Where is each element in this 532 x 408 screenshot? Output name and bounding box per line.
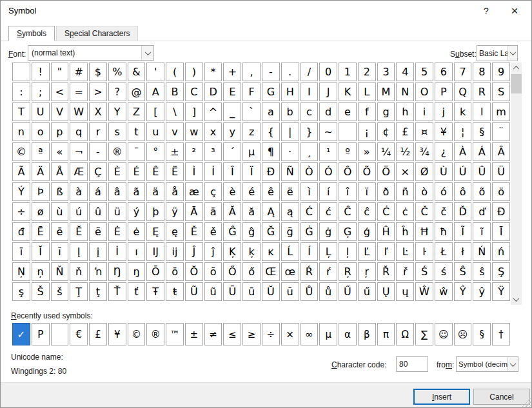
character-cell[interactable]: ¥	[435, 122, 453, 141]
character-cell[interactable]: -	[89, 142, 107, 161]
character-cell[interactable]: Ħ	[415, 222, 433, 241]
close-button[interactable]: ×	[500, 1, 529, 21]
character-cell[interactable]: 6	[435, 63, 453, 81]
character-cell[interactable]: V	[51, 102, 69, 121]
recent-symbol-cell[interactable]: ∑	[415, 323, 433, 345]
character-cell[interactable]: ·	[281, 142, 299, 161]
font-dropdown[interactable]: (normal text)	[28, 45, 154, 61]
character-cell[interactable]: ª	[32, 142, 50, 161]
recent-symbol-cell[interactable]: β	[358, 323, 376, 345]
character-cell[interactable]: Ù	[435, 162, 453, 181]
character-cell[interactable]: ĺ	[300, 242, 319, 261]
character-cell[interactable]: ŗ	[358, 262, 376, 281]
character-cell[interactable]: C	[185, 83, 203, 101]
character-cell[interactable]: _	[223, 102, 241, 121]
insert-button[interactable]: Insert	[413, 389, 470, 405]
character-cell[interactable]: K	[339, 83, 357, 101]
character-cell[interactable]: ĕ	[89, 222, 107, 241]
character-cell[interactable]: w	[185, 122, 203, 141]
font-dropdown-button[interactable]	[141, 46, 153, 60]
character-cell[interactable]: ŷ	[473, 282, 491, 301]
character-cell[interactable]: Ŧ	[146, 282, 164, 301]
character-cell[interactable]: į	[89, 242, 107, 261]
tab-symbols[interactable]: Symbols	[8, 26, 55, 41]
character-cell[interactable]: E	[223, 83, 241, 101]
character-cell[interactable]: U	[32, 102, 50, 121]
character-cell[interactable]: á	[89, 182, 107, 201]
recent-symbol-cell[interactable]: ©	[128, 323, 146, 345]
character-cell[interactable]: [	[146, 102, 164, 121]
character-cell[interactable]: ï	[358, 182, 376, 201]
character-cell[interactable]: ř	[396, 262, 414, 281]
character-cell[interactable]: â	[108, 182, 126, 201]
character-cell[interactable]: v	[166, 122, 184, 141]
character-cell[interactable]: Ř	[377, 262, 395, 281]
character-cell[interactable]: Û	[473, 162, 491, 181]
character-cell[interactable]: G	[262, 83, 280, 101]
tab-special-characters[interactable]: Special Characters	[56, 26, 138, 41]
character-cell[interactable]: Ċ	[377, 202, 395, 221]
scroll-down-button[interactable]	[511, 294, 522, 305]
recent-symbol-cell[interactable]	[51, 323, 69, 345]
character-cell[interactable]: Á	[473, 142, 491, 161]
character-cell[interactable]: Ö	[377, 162, 395, 181]
character-cell[interactable]: Ŗ	[339, 262, 357, 281]
character-cell[interactable]: c	[300, 102, 319, 121]
character-cell[interactable]: Ş	[492, 262, 510, 281]
character-cell[interactable]: Į	[70, 242, 88, 261]
character-cell[interactable]: ã	[128, 182, 146, 201]
character-cell[interactable]: H	[281, 83, 299, 101]
help-button[interactable]: ?	[472, 1, 500, 21]
character-cell[interactable]: Ľ	[358, 242, 376, 261]
recent-symbol-cell[interactable]: µ	[319, 323, 337, 345]
character-cell[interactable]: q	[70, 122, 88, 141]
character-cell[interactable]: S	[492, 83, 510, 101]
character-cell[interactable]: ŵ	[435, 282, 453, 301]
character-cell[interactable]: F	[242, 83, 261, 101]
character-cell[interactable]: ¨	[492, 122, 510, 141]
character-cell[interactable]: Ć	[300, 202, 319, 221]
character-cell[interactable]: p	[51, 122, 69, 141]
character-cell[interactable]: Ĝ	[223, 222, 241, 241]
character-cell[interactable]: »	[358, 142, 376, 161]
character-cell[interactable]: ĝ	[242, 222, 261, 241]
subset-dropdown[interactable]: Basic Latin	[477, 45, 518, 61]
recent-symbol-cell[interactable]: π	[377, 323, 395, 345]
character-cell[interactable]: Ļ	[319, 242, 337, 261]
character-cell[interactable]: Ŋ	[108, 262, 126, 281]
character-cell[interactable]: M	[377, 83, 395, 101]
character-cell[interactable]: Œ	[262, 262, 280, 281]
character-cell[interactable]: Š	[32, 282, 50, 301]
recent-symbol-cell[interactable]: §	[473, 323, 491, 345]
character-cell[interactable]: i	[415, 102, 433, 121]
character-cell[interactable]: Õ	[358, 162, 376, 181]
character-cell[interactable]	[12, 63, 30, 81]
character-cell[interactable]: ~	[319, 122, 337, 141]
character-cell[interactable]: ň	[70, 262, 88, 281]
character-cell[interactable]: û	[89, 202, 107, 221]
recent-symbol-cell[interactable]: ™	[166, 323, 184, 345]
character-cell[interactable]: ¡	[358, 122, 376, 141]
character-cell[interactable]: č	[435, 202, 453, 221]
character-cell[interactable]: ş	[12, 282, 30, 301]
character-cell[interactable]: Ţ	[70, 282, 88, 301]
character-cell[interactable]: ņ	[32, 262, 50, 281]
character-cell[interactable]: Ņ	[12, 262, 30, 281]
character-cell[interactable]: 0	[319, 63, 337, 81]
character-cell[interactable]: g	[377, 102, 395, 121]
character-cell[interactable]: ç	[204, 182, 222, 201]
recent-symbol-cell[interactable]: ∞	[300, 323, 319, 345]
character-cell[interactable]: Ł	[435, 242, 453, 261]
character-cell[interactable]: 5	[415, 63, 433, 81]
character-cell[interactable]: ą	[281, 202, 299, 221]
recent-symbol-cell-selected[interactable]: ✓	[12, 323, 30, 345]
character-cell[interactable]: ŋ	[128, 262, 146, 281]
character-cell[interactable]: ĭ	[51, 242, 69, 261]
character-cell[interactable]: +	[223, 63, 241, 81]
character-cell[interactable]: ]	[185, 102, 203, 121]
character-cell[interactable]: Y	[108, 102, 126, 121]
character-cell[interactable]: Â	[492, 142, 510, 161]
character-cell[interactable]: Ó	[319, 162, 337, 181]
scroll-up-button[interactable]	[511, 63, 522, 73]
character-cell[interactable]: õ	[473, 182, 491, 201]
